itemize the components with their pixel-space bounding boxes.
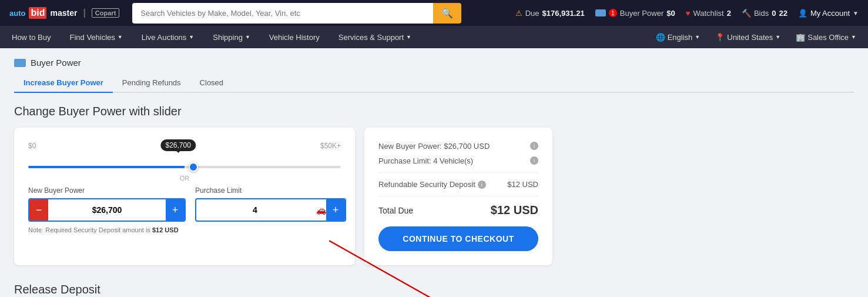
logo[interactable]: auto bid master | Copart: [9, 7, 119, 19]
buyer-power-badge: 1: [609, 9, 617, 17]
nav-how-to-buy[interactable]: How to Buy: [9, 27, 53, 48]
total-label: Total Due: [378, 206, 413, 215]
logo-bid: bid: [29, 7, 46, 19]
buyer-power-increase-button[interactable]: +: [166, 199, 185, 221]
buyer-power-icon: [595, 9, 606, 16]
shipping-chevron-icon: ▼: [245, 34, 250, 40]
account-label: My Account: [810, 9, 850, 18]
logo-master: master: [50, 8, 77, 18]
bids-count: 0: [772, 9, 776, 18]
note-text: Note: Required Security Deposit amount i…: [28, 226, 186, 233]
nav-english[interactable]: 🌐 English ▼: [653, 27, 703, 48]
nav-services-support[interactable]: Services & Support ▼: [336, 27, 414, 48]
buyer-power-decrease-button[interactable]: −: [29, 199, 48, 221]
bids-icon: 🔨: [742, 9, 751, 18]
find-vehicles-chevron-icon: ▼: [118, 34, 123, 40]
location-icon: 📍: [715, 33, 725, 42]
sec-nav-right: 🌐 English ▼ 📍 United States ▼ 🏢 Sales Of…: [653, 27, 859, 48]
tab-pending-refunds[interactable]: Pending Refunds: [113, 74, 190, 93]
buyer-power-label: Buyer Power: [620, 9, 663, 18]
summary-new-buyer-power-row: New Buyer Power: $26,700 USD i: [378, 142, 538, 151]
top-nav-right: ⚠ Due $176,931.21 1 Buyer Power $0 ♥ Wat…: [515, 9, 859, 18]
account-item[interactable]: 👤 My Account ▼: [798, 9, 859, 18]
nav-shipping[interactable]: Shipping ▼: [210, 27, 253, 48]
search-button[interactable]: 🔍: [433, 3, 461, 24]
buyer-power-section-icon: [14, 59, 26, 67]
alert-icon: ⚠: [515, 9, 522, 18]
purchase-limit-info-icon[interactable]: i: [530, 156, 538, 165]
bids-item[interactable]: 🔨 Bids 0 22: [742, 9, 787, 18]
checkout-button[interactable]: CONTINUE TO CHECKOUT: [378, 226, 538, 251]
summary-purchase-limit-row: Purchase Limit: 4 Vehicle(s) i: [378, 156, 538, 165]
slider-labels-row: $0 $26,700 $50K+: [28, 142, 341, 150]
car-icon: 🚗: [316, 205, 326, 215]
account-chevron-icon: ▼: [853, 10, 859, 16]
account-icon: 👤: [798, 9, 807, 18]
logo-copart: Copart: [92, 8, 119, 18]
buyer-power-header: Buyer Power: [14, 58, 854, 68]
summary-refundable-row: Refundable Security Deposit i $12 USD: [378, 180, 538, 189]
release-section: Release Deposit Date Description Notes A…: [14, 283, 854, 297]
slider-bubble: $26,700: [160, 139, 195, 151]
new-buyer-power-label: New Buyer Power: [28, 186, 186, 195]
watchlist-item[interactable]: ♥ Watchlist 2: [686, 9, 731, 18]
new-buyer-power-info-icon[interactable]: i: [530, 142, 538, 150]
due-amount-item[interactable]: ⚠ Due $176,931.21: [515, 9, 585, 18]
total-row: Total Due $12 USD: [378, 203, 538, 217]
heart-icon: ♥: [686, 9, 691, 18]
summary-refundable-label: Refundable Security Deposit i: [378, 180, 486, 189]
logo-auto: auto: [9, 9, 25, 18]
logo-separator: |: [83, 8, 85, 18]
slider-min-label: $0: [28, 142, 36, 150]
buyer-power-amount: $0: [666, 9, 675, 18]
or-divider: OR: [28, 175, 341, 182]
watchlist-count: 2: [727, 9, 731, 18]
english-chevron-icon: ▼: [695, 34, 700, 40]
live-auctions-chevron-icon: ▼: [189, 34, 194, 40]
secondary-navigation: How to Buy Find Vehicles ▼ Live Auctions…: [0, 26, 868, 48]
bids-total: 22: [779, 9, 787, 18]
services-chevron-icon: ▼: [406, 34, 411, 40]
purchase-limit-increase-button[interactable]: +: [326, 199, 345, 221]
top-navigation: auto bid master | Copart 🔍 ⚠ Due $176,93…: [0, 0, 868, 26]
buyer-power-item[interactable]: 1 Buyer Power $0: [595, 9, 675, 18]
purchase-limit-group: Purchase Limit 🚗 +: [195, 186, 346, 233]
release-title: Release Deposit: [14, 283, 854, 296]
summary-divider-2: [378, 196, 538, 196]
nav-united-states[interactable]: 📍 United States ▼: [713, 27, 783, 48]
nav-sales-office[interactable]: 🏢 Sales Office ▼: [793, 27, 859, 48]
summary-purchase-limit-label: Purchase Limit: 4 Vehicle(s): [378, 156, 473, 165]
tabs-container: Increase Buyer Power Pending Refunds Clo…: [14, 74, 854, 93]
note-amount: $12 USD: [152, 226, 179, 233]
watchlist-label: Watchlist: [693, 9, 723, 18]
buyer-power-input-controls: − +: [28, 198, 186, 222]
bids-label: Bids: [754, 9, 769, 18]
tab-increase-buyer-power[interactable]: Increase Buyer Power: [14, 74, 113, 93]
due-amount: $176,931.21: [542, 9, 585, 18]
buyer-power-slider[interactable]: [28, 166, 341, 168]
slider-card: $0 $26,700 $50K+ OR New Buyer Power − +: [14, 128, 355, 265]
main-content: Buyer Power Increase Buyer Power Pending…: [0, 48, 868, 297]
slider-max-label: $50K+: [320, 142, 341, 150]
office-icon: 🏢: [796, 33, 805, 42]
search-input[interactable]: [132, 3, 433, 24]
office-chevron-icon: ▼: [851, 34, 856, 40]
new-buyer-power-group: New Buyer Power − + Note: Required Secur…: [28, 186, 186, 233]
total-amount: $12 USD: [491, 203, 538, 217]
nav-live-auctions[interactable]: Live Auctions ▼: [139, 27, 197, 48]
summary-new-buyer-power-label: New Buyer Power: $26,700 USD: [378, 142, 490, 151]
buyer-power-section-title: Buyer Power: [31, 58, 81, 68]
us-chevron-icon: ▼: [775, 34, 780, 40]
purchase-limit-value-input[interactable]: [196, 202, 314, 218]
summary-divider: [378, 172, 538, 173]
tab-closed[interactable]: Closed: [190, 74, 233, 93]
nav-vehicle-history[interactable]: Vehicle History: [267, 27, 322, 48]
summary-card: New Buyer Power: $26,700 USD i Purchase …: [364, 128, 552, 265]
slider-track-container[interactable]: [28, 161, 341, 170]
refundable-info-icon[interactable]: i: [478, 181, 486, 189]
summary-refundable-amount: $12 USD: [507, 180, 538, 189]
purchase-limit-label: Purchase Limit: [195, 186, 346, 195]
globe-icon: 🌐: [656, 33, 665, 42]
nav-find-vehicles[interactable]: Find Vehicles ▼: [67, 27, 125, 48]
buyer-power-value-input[interactable]: [48, 202, 166, 218]
